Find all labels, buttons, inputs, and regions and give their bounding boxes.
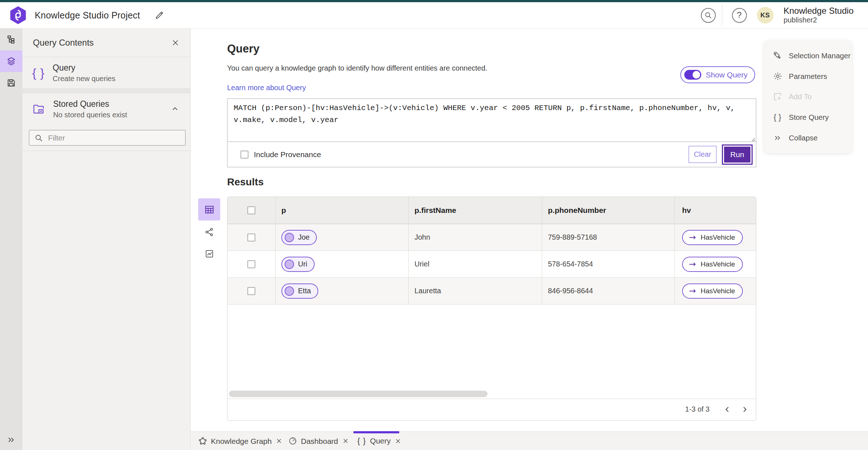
knowledge-graph-icon — [198, 437, 207, 446]
rail-item-saved[interactable] — [0, 72, 22, 94]
top-bar: Knowledge Studio Project ? KS Knowledge … — [0, 2, 868, 29]
panel-title: Query Contents — [33, 38, 94, 48]
chevron-right-icon — [741, 405, 749, 413]
horizontal-scrollbar[interactable] — [229, 391, 488, 397]
close-tab-icon[interactable] — [276, 438, 282, 444]
expand-rail-button[interactable] — [0, 436, 22, 444]
menu-item-selection-manager[interactable]: Selection Manager — [764, 46, 852, 66]
graph-view-icon — [205, 227, 214, 237]
dashboard-icon — [288, 437, 297, 446]
hierarchy-icon — [7, 35, 16, 45]
collapse-section-button[interactable] — [171, 105, 179, 113]
table-row[interactable]: Joe John 759-889-57168 →HasVehicle — [227, 224, 756, 251]
rail-item-hierarchy[interactable] — [0, 29, 22, 50]
resize-handle[interactable] — [750, 136, 755, 142]
entity-pill[interactable]: Uri — [281, 257, 315, 272]
row-checkbox[interactable] — [247, 287, 255, 295]
project-title: Knowledge Studio Project — [35, 10, 140, 21]
app-logo[interactable] — [10, 6, 26, 24]
query-contents-panel: Query Contents { } Query Create new quer… — [22, 29, 191, 450]
query-editor[interactable]: MATCH (p:Person)-[hv:HasVehicle]->(v:Veh… — [227, 99, 756, 142]
relationship-pill[interactable]: →HasVehicle — [682, 230, 743, 245]
close-tab-icon[interactable] — [395, 438, 401, 444]
column-header-p[interactable]: p — [275, 197, 408, 224]
column-header-phonenumber[interactable]: p.phoneNumber — [542, 197, 675, 224]
query-controls: Include Provenance Clear Run — [227, 142, 756, 167]
tab-query[interactable]: { } Query — [357, 436, 401, 446]
toggle-track — [684, 70, 701, 80]
chevron-up-icon — [171, 105, 179, 113]
close-tab-icon[interactable] — [342, 438, 349, 444]
rail-item-query[interactable] — [0, 50, 22, 72]
cell-firstname: Lauretta — [414, 287, 441, 295]
include-provenance-label: Include Provenance — [254, 150, 321, 159]
entity-node-icon — [285, 286, 294, 296]
username: publisher2 — [784, 16, 854, 24]
filter-search-icon — [34, 134, 43, 142]
query-context-menu: Selection Manager Parameters Add To { } … — [764, 41, 852, 153]
sidebar-item-query[interactable]: { } Query Create new queries — [22, 57, 190, 89]
relationship-pill[interactable]: →HasVehicle — [682, 283, 743, 299]
braces-icon: { } — [32, 66, 45, 80]
sidebar-item-stored-queries[interactable]: Stored Queries No stored queries exist — [22, 93, 190, 125]
query-description: You can query a knowledge graph to ident… — [227, 64, 487, 72]
clear-button[interactable]: Clear — [689, 146, 716, 163]
entity-node-icon — [285, 233, 294, 242]
run-button[interactable]: Run — [722, 144, 753, 165]
table-icon — [204, 205, 214, 215]
tab-dashboard[interactable]: Dashboard — [288, 437, 349, 446]
menu-item-add-to: Add To — [764, 87, 852, 107]
menu-item-store-query[interactable]: { } Store Query — [764, 107, 852, 128]
cell-phonenumber: 846-956-8644 — [548, 287, 593, 295]
entity-pill[interactable]: Joe — [281, 230, 317, 245]
chevron-left-icon — [723, 405, 731, 413]
search-icon — [704, 11, 712, 19]
column-header-firstname[interactable]: p.firstName — [408, 197, 542, 224]
filter-input[interactable] — [29, 130, 186, 146]
arrow-right-icon: → — [689, 287, 696, 295]
entity-pill[interactable]: Etta — [281, 283, 318, 299]
tab-knowledge-graph[interactable]: Knowledge Graph — [198, 437, 282, 446]
view-as-graph-button[interactable] — [198, 221, 220, 243]
cell-firstname: Uriel — [414, 260, 429, 268]
view-as-table-button[interactable] — [198, 198, 220, 220]
section-separator — [22, 89, 190, 93]
topbar-divider — [722, 5, 722, 26]
user-info: Knowledge Studio publisher2 — [784, 6, 854, 24]
panel-divider — [22, 151, 190, 151]
table-row[interactable]: Etta Lauretta 846-956-8644 →HasVehicle — [227, 278, 756, 304]
menu-item-parameters[interactable]: Parameters — [764, 66, 852, 87]
stored-queries-icon — [32, 102, 46, 116]
relationship-pill[interactable]: →HasVehicle — [682, 257, 743, 272]
arrow-right-icon: → — [689, 260, 696, 268]
search-button[interactable] — [701, 8, 716, 23]
topbar-actions: ? KS Knowledge Studio publisher2 — [701, 5, 868, 26]
question-icon: ? — [737, 10, 741, 20]
edit-title-icon[interactable] — [154, 10, 164, 20]
select-all-checkbox[interactable] — [247, 206, 255, 214]
filter-field — [29, 130, 186, 146]
previous-page-button[interactable] — [723, 405, 731, 413]
cell-phonenumber: 578-654-7854 — [548, 260, 593, 268]
learn-more-link[interactable]: Learn more about Query — [227, 84, 306, 92]
results-heading: Results — [227, 176, 264, 188]
next-page-button[interactable] — [741, 405, 749, 413]
cell-phonenumber: 759-889-57168 — [548, 233, 597, 241]
view-as-chart-button[interactable] — [198, 243, 220, 265]
braces-icon: { } — [357, 436, 366, 446]
column-header-hv[interactable]: hv — [675, 197, 756, 224]
layers-icon — [6, 56, 16, 66]
avatar[interactable]: KS — [757, 7, 774, 24]
entity-node-icon — [285, 260, 294, 269]
close-panel-button[interactable] — [171, 39, 179, 47]
row-checkbox[interactable] — [247, 260, 255, 268]
row-checkbox[interactable] — [247, 234, 255, 241]
table-row[interactable]: Uri Uriel 578-654-7854 →HasVehicle — [227, 251, 756, 278]
toggle-knob — [693, 71, 700, 79]
add-to-icon — [773, 92, 783, 101]
help-button[interactable]: ? — [732, 8, 747, 23]
menu-item-collapse[interactable]: Collapse — [764, 127, 852, 148]
include-provenance-checkbox[interactable] — [241, 151, 248, 159]
braces-icon: { } — [773, 113, 783, 122]
show-query-toggle[interactable]: Show Query — [680, 66, 755, 83]
